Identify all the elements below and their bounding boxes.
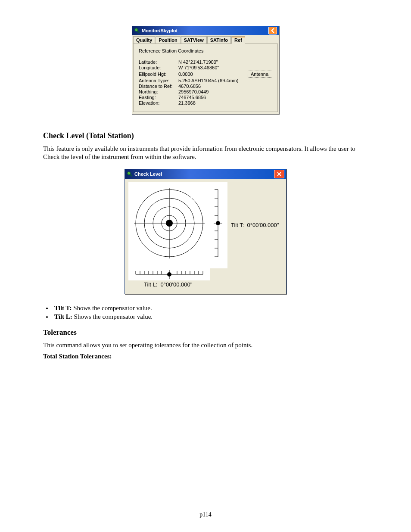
tilt-t-value: 0°00'00.000" (247, 222, 279, 228)
bullet-tilt-l-name: Tilt L: (54, 313, 72, 320)
tab-body: Reference Station Coordinates Latitude: … (133, 44, 278, 112)
row-elevation: Elevation: 21.3668 (139, 100, 272, 106)
label-ellipsoid-hgt: Ellipsoid Hgt: (139, 72, 178, 77)
svg-point-20 (216, 221, 220, 225)
tab-position[interactable]: Position (156, 36, 180, 44)
svg-point-38 (167, 272, 171, 277)
page-number-wrap: p114 (0, 511, 411, 518)
tilt-t-label: Tilt T: (231, 222, 244, 228)
antenna-button[interactable]: Antenna (247, 71, 272, 78)
page: Monitor/Skyplot Quality Position SATView… (0, 0, 411, 532)
row-ellipsoid-hgt: Ellipsoid Hgt: 0.0000 Antenna (139, 71, 272, 78)
para-check-level: This feature is only available on instru… (43, 145, 368, 161)
tilt-l-readout: Tilt L: 0°00'00.000" (144, 281, 192, 288)
row-longitude: Longitude: W 71°09'53.46860" (139, 65, 272, 70)
row-easting: Easting: 746745.6856 (139, 95, 272, 100)
heading-check-level: Check Level (Total Station) (43, 131, 368, 140)
tab-ref[interactable]: Ref (231, 36, 245, 44)
row-northing: Northing: 2956970.0449 (139, 89, 272, 94)
row-latitude: Latitude: N 42°21'41.71900" (139, 59, 272, 65)
subheading-total-station-tolerances: Total Station Tolerances: (43, 352, 368, 361)
page-number: p114 (199, 511, 211, 518)
value-distance-to-ref: 4670.6856 (178, 84, 272, 89)
app-icon (134, 28, 140, 34)
back-button[interactable] (268, 27, 277, 34)
app-icon (127, 171, 133, 177)
svg-point-9 (166, 220, 173, 227)
tilt-l-value: 0°00'00.000" (161, 281, 193, 288)
tab-satview[interactable]: SATView (181, 36, 207, 44)
check-level-body: Tilt T: 0°00'00.000" (125, 179, 286, 294)
bullet-tilt-l-desc: Shows the compensator value. (72, 313, 153, 320)
value-longitude: W 71°09'53.46860" (178, 65, 272, 70)
ref-heading: Reference Station Coordinates (139, 48, 272, 53)
label-northing: Northing: (139, 89, 178, 94)
monitor-skyplot-dialog: Monitor/Skyplot Quality Position SATView… (132, 26, 279, 114)
title-bar: Check Level (125, 169, 286, 179)
bullet-tilt-l: Tilt L: Shows the compensator value. (53, 313, 368, 320)
para-tolerances: This command allows you to set operating… (43, 341, 368, 349)
tilt-l-scale (128, 268, 210, 280)
tab-strip: Quality Position SATView SATInfo Ref (132, 35, 279, 44)
label-distance-to-ref: Distance to Ref: (139, 84, 178, 89)
tilt-t-readout: Tilt T: 0°00'00.000" (231, 222, 279, 228)
label-elevation: Elevation: (139, 100, 178, 106)
close-button[interactable] (274, 170, 284, 178)
title-bar: Monitor/Skyplot (132, 26, 279, 35)
label-latitude: Latitude: (139, 59, 178, 65)
label-longitude: Longitude: (139, 65, 178, 70)
label-antenna-type: Antenna Type: (139, 78, 178, 83)
value-latitude: N 42°21'41.71900" (178, 59, 272, 65)
bullet-tilt-t-name: Tilt T: (54, 305, 72, 311)
value-easting: 746745.6856 (178, 95, 272, 100)
label-easting: Easting: (139, 95, 178, 100)
value-elevation: 21.3668 (178, 100, 272, 106)
tab-satinfo[interactable]: SATInfo (207, 36, 231, 44)
heading-tolerances: Tolerances (43, 328, 368, 337)
value-northing: 2956970.0449 (178, 89, 272, 94)
value-ellipsoid-hgt: 0.0000 (178, 72, 245, 77)
tab-quality[interactable]: Quality (133, 36, 155, 44)
check-level-dialog: Check Level (125, 169, 286, 294)
value-antenna-type: 5.250 ASH110454 (69.4mm) (178, 78, 272, 83)
title-text: Monitor/Skyplot (142, 28, 268, 33)
bullet-tilt-t-desc: Shows the compensator value. (72, 305, 152, 311)
bullet-tilt-t: Tilt T: Shows the compensator value. (53, 305, 368, 312)
tilt-t-row: Tilt T: 0°00'00.000" (128, 182, 279, 268)
row-antenna-type: Antenna Type: 5.250 ASH110454 (69.4mm) (139, 78, 272, 83)
title-text: Check Level (134, 171, 274, 177)
tilt-l-label: Tilt L: (144, 281, 157, 288)
level-display (128, 182, 227, 268)
bullet-list: Tilt T: Shows the compensator value. Til… (53, 305, 368, 320)
row-distance-to-ref: Distance to Ref: 4670.6856 (139, 84, 272, 89)
